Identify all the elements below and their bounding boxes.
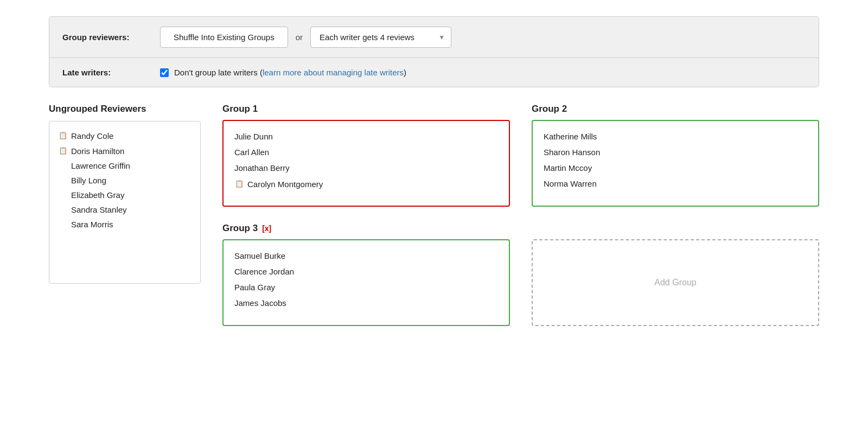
or-text: or <box>296 33 303 42</box>
person-name: Sara Morris <box>71 220 113 229</box>
ungrouped-column: Ungrouped Reviewers 📋 Randy Cole 📋 Doris… <box>49 104 201 284</box>
person-name: Samuel Burke <box>234 251 285 260</box>
list-item[interactable]: Carl Allen <box>234 144 498 160</box>
add-group-section: Placeholder Add Group <box>532 223 819 326</box>
late-writers-link[interactable]: learn more about managing late writers <box>263 68 404 77</box>
person-name: Norma Warren <box>544 179 597 188</box>
person-name: Sharon Hanson <box>544 148 600 157</box>
list-item[interactable]: Elizabeth Gray <box>58 188 192 202</box>
reviews-dropdown[interactable]: Each writer gets 4 reviews Each writer g… <box>310 27 451 48</box>
list-item[interactable]: Paula Gray <box>234 279 498 295</box>
group-2-title-text: Group 2 <box>532 104 567 114</box>
person-name: Doris Hamilton <box>71 146 124 156</box>
settings-panel: Group reviewers: Shuffle Into Existing G… <box>49 16 819 87</box>
group-1-box[interactable]: Julie Dunn Carl Allen Jonathan Berry 📋 C… <box>222 120 510 207</box>
ungrouped-box: 📋 Randy Cole 📋 Doris Hamilton Lawrence G… <box>49 121 201 284</box>
list-item[interactable]: James Jacobs <box>234 295 498 311</box>
list-item[interactable]: Sharon Hanson <box>544 144 807 160</box>
group-1-section: Group 1 Julie Dunn Carl Allen Jonathan B… <box>222 104 510 207</box>
person-name: James Jacobs <box>234 298 286 308</box>
late-icon: 📋 <box>58 131 68 141</box>
list-item[interactable]: 📋 Carolyn Montgomery <box>234 176 498 192</box>
group-3-box[interactable]: Samuel Burke Clarence Jordan Paula Gray … <box>222 239 510 326</box>
ungrouped-title: Ungrouped Reviewers <box>49 104 201 114</box>
person-name: Elizabeth Gray <box>71 190 124 200</box>
list-item[interactable]: 📋 Doris Hamilton <box>58 143 192 158</box>
reviews-dropdown-wrapper: Each writer gets 4 reviews Each writer g… <box>310 27 451 48</box>
group-reviewers-row: Group reviewers: Shuffle Into Existing G… <box>49 17 819 58</box>
person-name: Clarence Jordan <box>234 267 294 276</box>
group-1-title: Group 1 <box>222 104 510 114</box>
main-content: Ungrouped Reviewers 📋 Randy Cole 📋 Doris… <box>49 104 819 326</box>
late-writers-text: Don't group late writers (learn more abo… <box>174 68 406 77</box>
late-icon: 📋 <box>234 179 244 189</box>
list-item[interactable]: Norma Warren <box>544 176 807 192</box>
late-icon: 📋 <box>58 146 68 156</box>
group-reviewers-controls: Shuffle Into Existing Groups or Each wri… <box>160 27 451 48</box>
late-writers-checkbox[interactable] <box>160 68 169 77</box>
person-name: Randy Cole <box>71 131 113 141</box>
person-name: Lawrence Griffin <box>71 161 130 170</box>
groups-area: Group 1 Julie Dunn Carl Allen Jonathan B… <box>222 104 819 326</box>
person-name: Julie Dunn <box>234 132 273 141</box>
group-2-section: Group 2 Katherine Mills Sharon Hanson Ma… <box>532 104 819 207</box>
group-1-title-text: Group 1 <box>222 104 258 114</box>
late-writers-controls: Don't group late writers (learn more abo… <box>160 68 406 77</box>
add-group-label: Add Group <box>654 278 696 288</box>
list-item[interactable]: Clarence Jordan <box>234 264 498 279</box>
add-group-box[interactable]: Add Group <box>532 239 819 326</box>
list-item[interactable]: Katherine Mills <box>544 129 807 144</box>
person-name: Martin Mccoy <box>544 163 592 173</box>
person-name: Carl Allen <box>234 148 269 157</box>
group-3-section: Group 3 [x] Samuel Burke Clarence Jordan… <box>222 223 510 326</box>
group-3-title: Group 3 [x] <box>222 223 510 234</box>
person-name: Billy Long <box>71 176 106 185</box>
person-name: Sandra Stanley <box>71 205 127 214</box>
list-item[interactable]: Martin Mccoy <box>544 160 807 176</box>
person-name: Katherine Mills <box>544 132 597 141</box>
list-item[interactable]: Julie Dunn <box>234 129 498 144</box>
person-name: Paula Gray <box>234 283 275 292</box>
person-name: Jonathan Berry <box>234 163 290 173</box>
late-writers-label: Late writers: <box>62 68 160 77</box>
group-2-box[interactable]: Katherine Mills Sharon Hanson Martin Mcc… <box>532 120 819 207</box>
list-item[interactable]: Lawrence Griffin <box>58 158 192 173</box>
list-item[interactable]: 📋 Randy Cole <box>58 128 192 143</box>
late-writers-row: Late writers: Don't group late writers (… <box>49 58 819 87</box>
person-name: Carolyn Montgomery <box>247 180 323 189</box>
list-item[interactable]: Jonathan Berry <box>234 160 498 176</box>
list-item[interactable]: Sandra Stanley <box>58 202 192 217</box>
group-3-title-text: Group 3 <box>222 223 258 234</box>
list-item[interactable]: Samuel Burke <box>234 248 498 264</box>
group-reviewers-label: Group reviewers: <box>62 33 160 42</box>
list-item[interactable]: Sara Morris <box>58 217 192 232</box>
group-2-title: Group 2 <box>532 104 819 114</box>
list-item[interactable]: Billy Long <box>58 173 192 188</box>
shuffle-button[interactable]: Shuffle Into Existing Groups <box>160 27 288 48</box>
group-3-remove-button[interactable]: [x] <box>262 224 271 233</box>
